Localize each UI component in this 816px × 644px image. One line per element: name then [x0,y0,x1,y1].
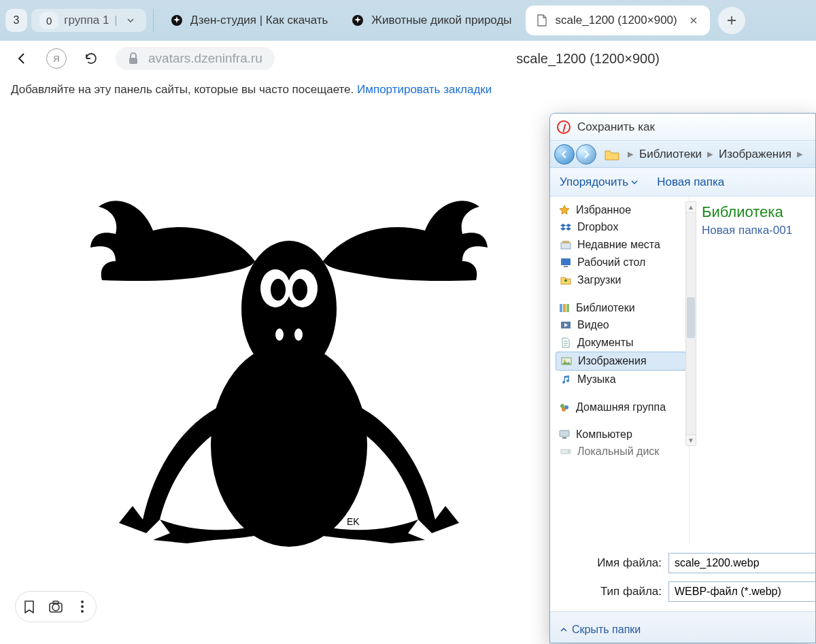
svg-rect-13 [53,601,58,604]
nav-back-button[interactable] [554,144,575,165]
desktop-icon [560,256,572,269]
download-folder-icon [560,274,572,286]
organize-button[interactable]: Упорядочить [560,175,638,189]
save-form: Имя файла: Тип файла: [550,543,815,611]
dialog-bottombar: Скрыть папки [550,611,815,643]
documents-icon [560,337,572,349]
tab-strip: 3 0 группа 1 | Дзен-студия | Как скачать… [0,0,816,41]
tab-label: Животные дикой природы [371,14,511,27]
reload-button[interactable] [82,49,101,68]
favorites-header[interactable]: Избранное [556,202,686,218]
tree-item-desktop[interactable]: Рабочий стол [556,254,686,271]
scroll-up-icon[interactable]: ▲ [686,202,696,213]
bookmarks-hint-text: Добавляйте на эту панель сайты, которые … [11,83,357,96]
svg-point-11 [52,604,59,611]
filename-label: Имя файла: [597,556,662,570]
crumb-1[interactable]: Библиотеки [639,148,702,161]
computer-icon [558,428,571,441]
address-box[interactable]: avatars.dzeninfra.ru [116,47,275,70]
tree-item-recent[interactable]: Недавние места [556,236,686,254]
filetype-select[interactable] [668,581,816,602]
tree-item-downloads[interactable]: Загрузки [556,271,686,289]
svg-point-16 [81,610,84,613]
dropbox-icon [560,221,572,233]
tree-item-video[interactable]: Видео [556,316,686,334]
svg-rect-2 [129,58,137,64]
tree-item-documents[interactable]: Документы [556,334,686,352]
tab-label: scale_1200 (1200×900) [556,14,677,27]
library-title: Библиотека [702,203,811,221]
filetype-label: Тип файла: [600,585,662,598]
bookmark-icon[interactable] [20,598,38,615]
pictures-icon [560,355,573,367]
dialog-titlebar[interactable]: Сохранить как [550,114,815,141]
kebab-icon[interactable] [73,598,91,615]
homegroup-icon [558,401,571,413]
tab-3-active[interactable]: scale_1200 (1200×900) [526,5,710,35]
import-bookmarks-link[interactable]: Импортировать закладки [357,83,492,96]
svg-point-7 [292,279,307,301]
nav-forward-button[interactable] [576,144,596,165]
lens-icon[interactable] [47,598,65,615]
bookmarks-hint: Добавляйте на эту панель сайты, которые … [0,76,816,105]
tab-group-label: группа 1 [64,14,109,27]
hide-folders-button[interactable]: Скрыть папки [560,624,641,636]
crumb-2[interactable]: Изображения [719,148,792,161]
tab-divider [153,9,154,32]
moose-signature: EK [347,516,360,527]
file-icon [535,14,549,27]
tab-group[interactable]: 0 группа 1 | [31,9,146,32]
sparkle-icon [170,14,184,27]
svg-point-10 [211,343,367,547]
tree-item-images-selected[interactable]: Изображения [556,352,686,371]
library-subtitle: Новая папка-001 [702,224,811,237]
url-bar: Я avatars.dzeninfra.ru scale_1200 (1200×… [0,41,816,76]
homegroup-header[interactable]: Домашняя группа [556,399,686,416]
tab-label: Дзен-студия | Как скачать [190,14,328,27]
new-tab-button[interactable] [718,7,745,34]
computer-header[interactable]: Компьютер [556,426,686,443]
back-button[interactable] [12,49,31,68]
video-icon [560,319,572,331]
tree-item-localdisk[interactable]: Локальный диск [556,443,686,460]
new-folder-button[interactable]: Новая папка [657,175,724,189]
moose-image: EK [27,132,551,567]
disk-icon [560,445,572,458]
yandex-icon[interactable]: Я [46,48,67,69]
dialog-toolbar: Упорядочить Новая папка [550,168,815,197]
folder-view[interactable]: Библиотека Новая папка-001 [690,197,815,543]
chevron-down-icon[interactable] [123,13,138,28]
svg-rect-21 [560,304,562,312]
close-icon[interactable] [687,14,700,27]
svg-rect-19 [561,258,571,265]
address-text: avatars.dzeninfra.ru [148,51,262,66]
sparkle-icon [351,14,364,27]
lock-icon [128,52,140,65]
svg-point-33 [568,451,569,452]
scroll-thumb[interactable] [687,297,695,338]
svg-rect-22 [563,304,566,312]
nav-tree: Избранное Dropbox Недавние места Рабочий… [550,197,690,543]
dialog-nav: ▸ Библиотеки ▸ Изображения ▸ [550,141,815,168]
tab-2[interactable]: Животные дикой природы [341,5,521,35]
dialog-title: Сохранить как [577,120,655,134]
library-icon [558,302,571,314]
tree-item-music[interactable]: Музыка [556,371,686,388]
tree-item-dropbox[interactable]: Dropbox [556,218,686,236]
tab-1[interactable]: Дзен-студия | Как скачать [160,5,338,35]
svg-point-8 [275,328,284,341]
libraries-header[interactable]: Библиотеки [556,300,686,316]
svg-rect-20 [564,266,568,267]
save-as-dialog: Сохранить как ▸ Библиотеки ▸ Изображения… [549,113,816,643]
breadcrumb[interactable]: ▸ Библиотеки ▸ Изображения ▸ [628,147,803,161]
page-title: scale_1200 (1200×900) [516,51,660,67]
tab-count-badge-1[interactable]: 3 [5,9,27,32]
image-tools [15,591,97,622]
svg-rect-17 [561,243,571,249]
scroll-down-icon[interactable]: ▼ [686,435,696,445]
tree-scrollbar[interactable]: ▲ ▼ [685,201,696,446]
filename-input[interactable] [668,553,816,573]
star-icon [558,204,571,216]
svg-point-15 [81,605,84,608]
music-icon [560,373,572,386]
